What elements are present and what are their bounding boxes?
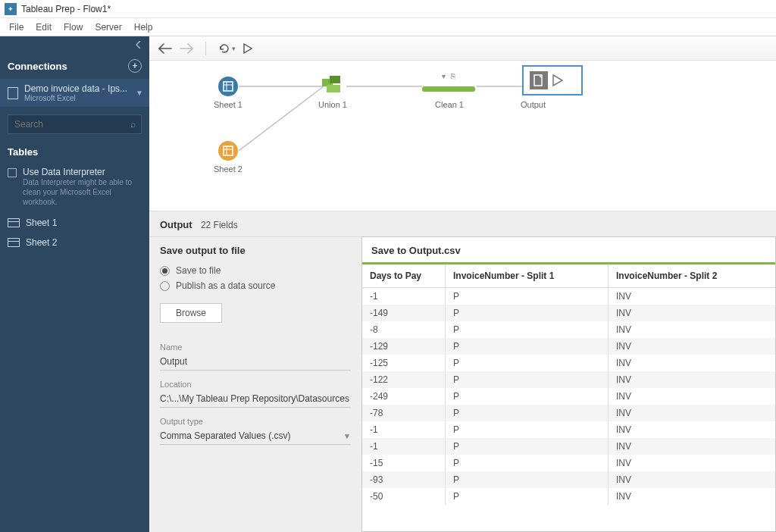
search-input[interactable] xyxy=(8,114,142,134)
output-type-label: Output type xyxy=(160,417,351,426)
table-row[interactable]: -1PINV xyxy=(362,438,775,455)
radio-label: Save to file xyxy=(176,265,221,276)
back-button[interactable] xyxy=(158,43,172,54)
table-row[interactable]: -149PINV xyxy=(362,305,775,321)
name-field[interactable]: Output xyxy=(160,353,351,371)
table-body: -1PINV-149PINV-8PINV-129PINV-125PINV-122… xyxy=(362,288,775,505)
table-row[interactable]: -8PINV xyxy=(362,321,775,338)
menu-help[interactable]: Help xyxy=(128,22,159,33)
flow-node-clean[interactable]: ▾ ⎘ xyxy=(422,72,475,95)
app-icon: ✦ xyxy=(5,3,17,15)
menu-flow[interactable]: Flow xyxy=(58,22,89,33)
name-label: Name xyxy=(160,343,351,352)
flow-node-label: Clean 1 xyxy=(427,100,472,109)
flow-canvas[interactable]: Sheet 1 Sheet 2 Union 1 xyxy=(149,61,776,211)
refresh-button[interactable]: ▾ xyxy=(218,42,236,55)
radio-icon xyxy=(160,281,170,291)
connections-header: Connections + xyxy=(0,53,149,79)
cell: -8 xyxy=(362,321,446,338)
table-item-label: Sheet 2 xyxy=(26,237,57,248)
connection-item[interactable]: Demo invoice data - Ips... Microsoft Exc… xyxy=(0,79,149,107)
file-icon xyxy=(8,87,18,99)
chevron-down-icon[interactable]: ▼ xyxy=(136,89,143,97)
window-title: Tableau Prep - Flow1* xyxy=(21,4,111,14)
cell: -149 xyxy=(362,305,446,321)
cell: INV xyxy=(609,355,775,371)
cell: P xyxy=(446,438,609,455)
output-preview: Save to Output.csv Days to Pay InvoiceNu… xyxy=(361,236,776,532)
table-row[interactable]: -15PINV xyxy=(362,455,775,471)
flow-node-output[interactable] xyxy=(522,65,583,95)
menu-edit[interactable]: Edit xyxy=(30,22,58,33)
table-row[interactable]: -1PINV xyxy=(362,421,775,438)
radio-icon xyxy=(160,266,170,276)
run-flow-button[interactable] xyxy=(243,43,252,54)
svg-rect-11 xyxy=(330,76,340,83)
svg-rect-16 xyxy=(530,71,548,89)
table-row[interactable]: -249PINV xyxy=(362,388,775,405)
cell: P xyxy=(446,338,609,355)
table-row[interactable]: -50PINV xyxy=(362,488,775,505)
radio-save-to-file[interactable]: Save to file xyxy=(160,265,351,276)
titlebar: ✦ Tableau Prep - Flow1* xyxy=(0,0,776,18)
flow-toolbar: ▾ xyxy=(149,36,776,61)
tables-label: Tables xyxy=(0,142,149,162)
table-row[interactable]: -78PINV xyxy=(362,405,775,421)
flow-node-label: Union 1 xyxy=(310,100,355,109)
column-header[interactable]: InvoiceNumber - Split 1 xyxy=(446,264,609,287)
preview-table: Days to Pay InvoiceNumber - Split 1 Invo… xyxy=(362,264,775,531)
cell: P xyxy=(446,455,609,471)
flow-node-sheet2[interactable] xyxy=(217,140,239,161)
connection-type: Microsoft Excel xyxy=(24,94,127,102)
flow-node-label: Output xyxy=(521,100,566,109)
table-header-row: Days to Pay InvoiceNumber - Split 1 Invo… xyxy=(362,264,775,288)
output-type-value: Comma Separated Values (.csv) xyxy=(160,430,291,441)
forward-button xyxy=(180,43,193,54)
location-field[interactable]: C:\...\My Tableau Prep Repository\Dataso… xyxy=(160,390,351,408)
cell: -125 xyxy=(362,355,446,371)
cell: P xyxy=(446,371,609,388)
cell: P xyxy=(446,321,609,338)
cell: P xyxy=(446,421,609,438)
cell: P xyxy=(446,305,609,321)
table-item-sheet2[interactable]: Sheet 2 xyxy=(0,233,149,252)
sidebar: Connections + Demo invoice data - Ips...… xyxy=(0,36,149,532)
column-header[interactable]: Days to Pay xyxy=(362,264,446,287)
table-row[interactable]: -122PINV xyxy=(362,371,775,388)
radio-publish[interactable]: Publish as a data source xyxy=(160,280,351,291)
svg-line-9 xyxy=(239,86,324,151)
table-row[interactable]: -93PINV xyxy=(362,471,775,488)
cell: P xyxy=(446,355,609,371)
cell: -1 xyxy=(362,421,446,438)
menu-server[interactable]: Server xyxy=(89,22,127,33)
preview-title: Save to Output.csv xyxy=(362,237,775,262)
output-title: Output xyxy=(160,219,192,230)
table-row[interactable]: -125PINV xyxy=(362,355,775,371)
table-row[interactable]: -1PINV xyxy=(362,288,775,305)
cell: P xyxy=(446,488,609,505)
browse-button[interactable]: Browse xyxy=(160,303,222,323)
cell: INV xyxy=(609,388,775,405)
data-interpreter-option[interactable]: Use Data Interpreter Data Interpreter mi… xyxy=(0,162,149,213)
output-config: Save output to file Save to file Publish… xyxy=(149,236,361,532)
column-header[interactable]: InvoiceNumber - Split 2 xyxy=(609,264,775,287)
output-type-select[interactable]: Comma Separated Values (.csv) ▼ xyxy=(160,427,351,445)
cell: INV xyxy=(609,488,775,505)
collapse-sidebar-button[interactable] xyxy=(0,36,149,53)
table-item-sheet1[interactable]: Sheet 1 xyxy=(0,213,149,233)
table-icon xyxy=(8,238,20,247)
connections-label: Connections xyxy=(8,61,67,72)
flow-node-union[interactable] xyxy=(322,76,345,95)
table-row[interactable]: -129PINV xyxy=(362,338,775,355)
cell: INV xyxy=(609,305,775,321)
svg-rect-12 xyxy=(327,85,340,92)
menu-file[interactable]: File xyxy=(3,22,30,33)
save-output-heading: Save output to file xyxy=(160,245,351,256)
cell: -129 xyxy=(362,338,446,355)
flow-node-sheet1[interactable] xyxy=(217,76,239,97)
location-label: Location xyxy=(160,380,351,389)
cell: -122 xyxy=(362,371,446,388)
connection-name: Demo invoice data - Ips... xyxy=(24,83,127,94)
checkbox-icon[interactable] xyxy=(8,168,17,177)
add-connection-button[interactable]: + xyxy=(128,59,142,73)
